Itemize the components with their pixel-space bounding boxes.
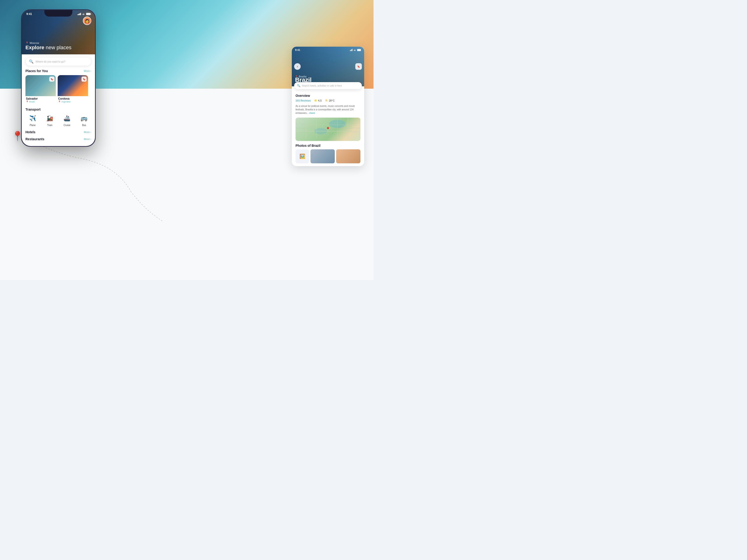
place-card-salvador[interactable]: 🔖 Salvador 📍Brasil — [25, 75, 56, 104]
hotels-title: Hotels — [25, 130, 35, 134]
transport-plane[interactable]: ✈️ Plane — [25, 114, 40, 127]
weather: 🌤️ 28°C — [325, 99, 335, 102]
detail-panel: 9:41 ‹ 🔖 📍 Brasilia — [292, 47, 364, 166]
svg-point-1 — [355, 51, 355, 51]
add-photo-button[interactable]: 🖼️ — [295, 149, 309, 163]
places-title: Places for You — [25, 69, 48, 73]
transport-section: Transport ✈️ Plane 🚂 Train 🚢 — [25, 108, 91, 127]
bookmark-icon[interactable]: 🔖 — [49, 77, 54, 82]
hotels-header: Hotels More › — [25, 130, 91, 134]
place-country: 📍Argentina — [58, 101, 87, 103]
restaurants-more[interactable]: More › — [84, 138, 91, 140]
detail-hero: 9:41 ‹ 🔖 📍 Brasilia — [292, 47, 364, 86]
phone-frame: 9:41 — [21, 9, 96, 147]
restaurants-section: Restaurants More › — [25, 137, 91, 141]
place-img-cordova: 🔖 — [58, 75, 88, 96]
phone-hero: 9:41 — [22, 10, 95, 54]
transport-cruise[interactable]: 🚢 Cruise — [60, 114, 74, 127]
hero-title: Explore new places — [25, 45, 91, 51]
hotels-section: Hotels More › 🔖 Hacuna $120/day ⭐4.5 — [25, 130, 91, 136]
overview-section: Overview 103 Reviews ⭐ 4,5 🌤️ 28°C As a … — [295, 94, 360, 115]
search-icon: 🔍 — [29, 59, 34, 64]
hero-location: 📍 Moscow — [25, 42, 91, 45]
reviews-count: 103 Reviews — [295, 99, 311, 102]
hotels-more[interactable]: More › — [84, 131, 91, 133]
rating: ⭐ 4,5 — [314, 99, 321, 102]
search-bar[interactable]: 🔍 Where do you want to go? — [25, 57, 91, 66]
place-name: Salvador — [26, 97, 55, 100]
places-more[interactable]: More › — [84, 70, 91, 72]
phone-content: 🔍 Where do you want to go? Places for Yo… — [22, 54, 95, 146]
place-info-cordova: Cordova 📍Argentina — [58, 96, 88, 104]
search-placeholder: Where do you want to go? — [35, 60, 66, 63]
detail-search-icon: 🔍 — [297, 84, 301, 87]
place-name: Cordova — [58, 97, 87, 100]
transport-label: Plane — [30, 124, 36, 127]
places-grid: 🔖 Salvador 📍Brasil 🔖 — [25, 75, 91, 104]
place-card-cordova[interactable]: 🔖 Cordova 📍Argentina — [58, 75, 88, 104]
transport-label: Bus — [82, 124, 86, 127]
overview-description: As a venue for political events, music c… — [295, 104, 360, 115]
detail-status-bar: 9:41 — [292, 47, 364, 52]
place-info-salvador: Salvador 📍Brasil — [25, 96, 56, 104]
photo-1[interactable] — [310, 149, 335, 163]
phone-screen: 9:41 — [22, 10, 95, 146]
transport-train[interactable]: 🚂 Train — [43, 114, 57, 127]
overview-stats: 103 Reviews ⭐ 4,5 🌤️ 28°C — [295, 99, 360, 102]
places-section-header: Places for You More › — [25, 69, 91, 73]
transport-title: Transport — [25, 108, 41, 111]
more-link[interactable]: more — [309, 112, 315, 114]
transport-header: Transport — [25, 108, 91, 111]
phone-main: 9:41 — [21, 9, 96, 147]
transport-bus[interactable]: 🚌 Bus — [77, 114, 92, 127]
overview-title: Overview — [295, 94, 360, 98]
svg-point-0 — [83, 15, 84, 15]
svg-point-15 — [327, 127, 329, 129]
detail-search-placeholder: Search hotels, activities or cafe in her… — [302, 84, 342, 87]
bus-icon: 🚌 — [77, 114, 91, 123]
detail-content: Overview 103 Reviews ⭐ 4,5 🌤️ 28°C As a … — [292, 89, 364, 166]
restaurants-header: Restaurants More › — [25, 137, 91, 141]
detail-time: 9:41 — [295, 49, 300, 51]
map-thumbnail[interactable] — [295, 117, 360, 141]
detail-search[interactable]: 🔍 Search hotels, activities or cafe in h… — [294, 82, 362, 89]
photo-2[interactable] — [336, 149, 360, 163]
train-icon: 🚂 — [43, 114, 56, 123]
photos-title: Photos of Brazil — [295, 144, 360, 148]
photos-grid: 🖼️ — [295, 149, 360, 163]
place-country: 📍Brasil — [26, 101, 55, 103]
status-icons — [77, 13, 91, 15]
user-avatar[interactable]: 👩 — [83, 17, 91, 25]
bookmark-icon[interactable]: 🔖 — [81, 77, 86, 82]
phone-notch — [44, 10, 72, 17]
status-time: 9:41 — [26, 12, 32, 16]
place-img-salvador: 🔖 — [25, 75, 56, 96]
transport-label: Train — [47, 124, 52, 127]
cruise-icon: 🚢 — [60, 114, 74, 123]
restaurants-title: Restaurants — [25, 137, 44, 141]
back-button[interactable]: ‹ — [294, 63, 301, 70]
transport-label: Cruise — [63, 124, 70, 127]
plane-icon: ✈️ — [26, 114, 39, 123]
detail-bookmark[interactable]: 🔖 — [355, 63, 362, 70]
transport-grid: ✈️ Plane 🚂 Train 🚢 Cruise 🚌 — [25, 114, 91, 127]
